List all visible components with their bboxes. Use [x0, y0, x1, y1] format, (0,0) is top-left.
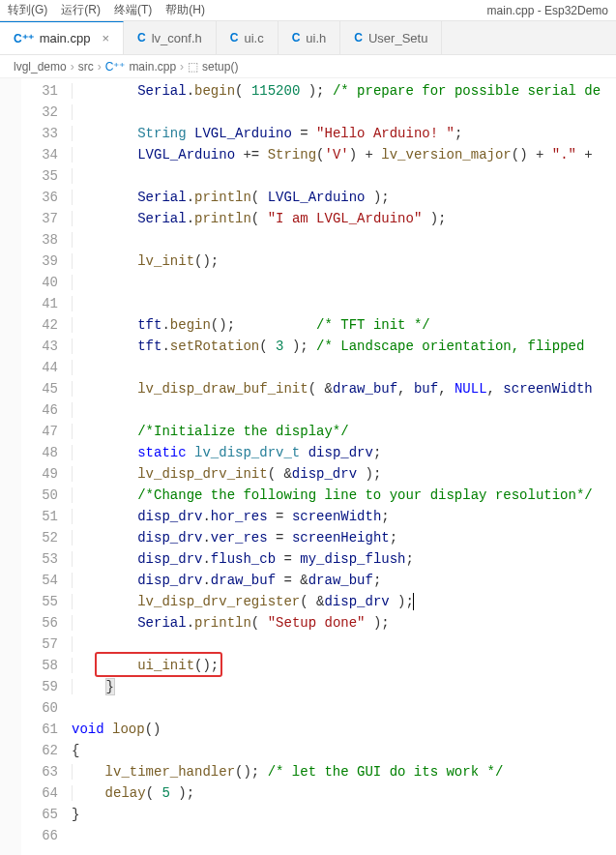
- code-line[interactable]: lv_timer_handler(); /* let the GUI do it…: [72, 761, 616, 782]
- menubar: 转到(G) 运行(R) 终端(T) 帮助(H) main.cpp - Esp32…: [0, 0, 616, 21]
- line-number: 55: [21, 591, 58, 612]
- line-number: 50: [21, 485, 58, 506]
- line-number: 47: [21, 421, 58, 442]
- chevron-right-icon: ›: [71, 60, 74, 74]
- code-line[interactable]: LVGL_Arduino += String('V') + lv_version…: [72, 144, 616, 165]
- code-line[interactable]: }: [72, 804, 616, 825]
- line-number: 37: [21, 208, 58, 229]
- code-line[interactable]: [72, 102, 616, 123]
- code-line[interactable]: Serial.println( "I am LVGL_Arduino" );: [72, 208, 616, 229]
- code-line[interactable]: lv_init();: [72, 251, 616, 272]
- chevron-right-icon: ›: [98, 60, 102, 74]
- tab-label: ui.c: [244, 31, 263, 45]
- code-line[interactable]: tft.begin(); /* TFT init */: [72, 314, 616, 336]
- code-editor[interactable]: 3132333435363738394041424344454647484950…: [0, 78, 616, 855]
- line-number: 52: [21, 527, 58, 548]
- code-line[interactable]: lv_disp_draw_buf_init( &draw_buf, buf, N…: [72, 378, 616, 399]
- line-number: 40: [21, 272, 58, 293]
- tab-ui-h[interactable]: C ui.h: [279, 21, 341, 54]
- tab-main-cpp[interactable]: C⁺⁺ main.cpp ×: [0, 21, 124, 54]
- line-number: 64: [21, 782, 58, 804]
- code-line[interactable]: /*Initialize the display*/: [72, 421, 616, 442]
- code-line[interactable]: [72, 825, 616, 846]
- line-number: 63: [21, 761, 58, 782]
- line-number: 54: [21, 570, 58, 591]
- chevron-right-icon: ›: [180, 60, 184, 74]
- code-line[interactable]: Serial.println( LVGL_Arduino );: [72, 187, 616, 208]
- breadcrumb[interactable]: lvgl_demo › src › C⁺⁺ main.cpp › ⬚ setup…: [0, 55, 616, 78]
- code-line[interactable]: [72, 697, 616, 719]
- tab-user-setu[interactable]: C User_Setu: [340, 21, 442, 54]
- code-line[interactable]: disp_drv.draw_buf = &draw_buf;: [72, 570, 616, 591]
- line-number: 42: [21, 314, 58, 336]
- breadcrumb-file[interactable]: main.cpp: [129, 60, 176, 74]
- code-line[interactable]: [72, 399, 616, 421]
- code-line[interactable]: String LVGL_Arduino = "Hello Arduino! ";: [72, 123, 616, 144]
- c-file-icon: C: [230, 31, 239, 44]
- line-number: 36: [21, 187, 58, 208]
- line-number: 44: [21, 357, 58, 378]
- breadcrumb-symbol[interactable]: setup(): [202, 60, 238, 74]
- line-number: 56: [21, 612, 58, 634]
- breadcrumb-folder[interactable]: lvgl_demo: [14, 60, 67, 74]
- menu-run[interactable]: 运行(R): [61, 2, 101, 18]
- code-line[interactable]: /*Change the following line to your disp…: [72, 485, 616, 506]
- code-line[interactable]: disp_drv.ver_res = screenHeight;: [72, 527, 616, 548]
- code-line[interactable]: [72, 357, 616, 378]
- line-number: 46: [21, 399, 58, 421]
- code-line[interactable]: delay( 5 );: [72, 782, 616, 804]
- line-number: 66: [21, 825, 58, 846]
- line-number: 57: [21, 634, 58, 655]
- tab-lv-conf-h[interactable]: C lv_conf.h: [124, 21, 217, 54]
- code-line[interactable]: [72, 293, 616, 314]
- cpp-file-icon: C⁺⁺: [105, 60, 126, 74]
- cpp-file-icon: C⁺⁺: [14, 32, 34, 45]
- line-number: 32: [21, 102, 58, 123]
- menu-terminal[interactable]: 终端(T): [114, 2, 152, 18]
- c-file-icon: C: [292, 31, 301, 44]
- code-line[interactable]: {: [72, 740, 616, 761]
- code-line[interactable]: [72, 272, 616, 293]
- code-line[interactable]: ui_init();: [72, 655, 616, 676]
- side-gutter: [0, 78, 21, 855]
- line-number: 58: [21, 655, 58, 676]
- tab-label: User_Setu: [368, 31, 427, 45]
- close-icon[interactable]: ×: [102, 31, 109, 45]
- c-file-icon: C: [137, 31, 146, 44]
- code-line[interactable]: Serial.println( "Setup done" );: [72, 612, 616, 634]
- line-number: 45: [21, 378, 58, 399]
- line-number: 60: [21, 697, 58, 719]
- line-number: 51: [21, 506, 58, 527]
- tab-label: main.cpp: [40, 31, 91, 45]
- code-line[interactable]: [72, 634, 616, 655]
- code-line[interactable]: tft.setRotation( 3 ); /* Landscape orien…: [72, 336, 616, 357]
- line-number: 41: [21, 293, 58, 314]
- code-line[interactable]: Serial.begin( 115200 ); /* prepare for p…: [72, 80, 616, 102]
- code-line[interactable]: disp_drv.flush_cb = my_disp_flush;: [72, 548, 616, 570]
- line-number: 33: [21, 123, 58, 144]
- line-number: 43: [21, 336, 58, 357]
- menu-goto[interactable]: 转到(G): [8, 2, 47, 18]
- code-line[interactable]: }: [72, 676, 616, 697]
- code-line[interactable]: [72, 165, 616, 187]
- symbol-method-icon: ⬚: [188, 60, 198, 74]
- code-line[interactable]: void loop(): [72, 719, 616, 740]
- tab-label: lv_conf.h: [152, 31, 202, 45]
- tab-label: ui.h: [306, 31, 326, 45]
- code-line[interactable]: [72, 229, 616, 251]
- code-area[interactable]: Serial.begin( 115200 ); /* prepare for p…: [72, 78, 616, 855]
- tab-ui-c[interactable]: C ui.c: [217, 21, 279, 54]
- line-number: 65: [21, 804, 58, 825]
- line-number: 49: [21, 463, 58, 485]
- code-line[interactable]: static lv_disp_drv_t disp_drv;: [72, 442, 616, 463]
- breadcrumb-folder[interactable]: src: [78, 60, 94, 74]
- line-number: 62: [21, 740, 58, 761]
- line-number: 59: [21, 676, 58, 697]
- line-number: 61: [21, 719, 58, 740]
- line-number: 38: [21, 229, 58, 251]
- code-line[interactable]: lv_disp_drv_register( &disp_drv );: [72, 591, 616, 612]
- menu-help[interactable]: 帮助(H): [165, 2, 205, 18]
- line-number-gutter: 3132333435363738394041424344454647484950…: [21, 78, 72, 855]
- code-line[interactable]: lv_disp_drv_init( &disp_drv );: [72, 463, 616, 485]
- code-line[interactable]: disp_drv.hor_res = screenWidth;: [72, 506, 616, 527]
